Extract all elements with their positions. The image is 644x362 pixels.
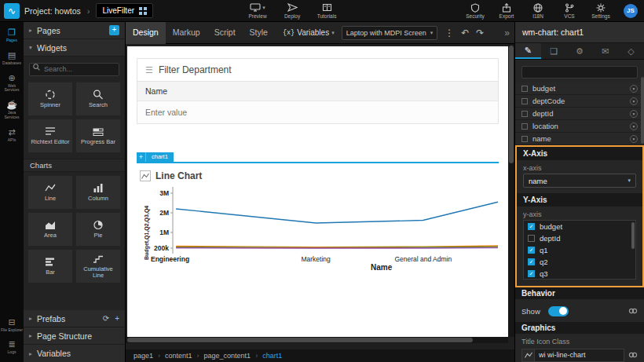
canvas-vertical-scrollbar[interactable]	[508, 44, 514, 337]
widget-search-input[interactable]	[29, 63, 119, 76]
properties-search-input[interactable]	[521, 66, 638, 79]
tab-events[interactable]: ✉	[592, 43, 618, 59]
chart-widget-chart1[interactable]: + chart1 Line Chart Budget,Q1,Q2,Q3,Q4 3…	[137, 162, 499, 272]
widget-tile-search[interactable]: Search	[75, 82, 121, 116]
canvas-horizontal-scrollbar[interactable]	[126, 337, 508, 343]
i18n-button[interactable]: I18N	[526, 2, 550, 19]
field-row-name[interactable]: name ▾	[515, 133, 644, 145]
checkbox-unchecked-icon[interactable]	[521, 98, 528, 104]
checkbox-icon[interactable]: ✓	[528, 223, 535, 230]
widget-tile-column-chart[interactable]: Column	[75, 175, 121, 210]
y-axis-section-header[interactable]: Y-Axis	[517, 193, 642, 207]
checkbox-icon[interactable]: ✓	[528, 270, 535, 277]
section-prefabs[interactable]: ▸ Prefabs ⟳ +	[24, 310, 125, 327]
section-widgets[interactable]: ▾ Widgets	[24, 39, 125, 57]
section-page-structure[interactable]: ▸ Page Structure	[24, 327, 125, 345]
list-scrollbar-thumb[interactable]	[631, 222, 635, 249]
section-pages[interactable]: ▸ Pages +	[24, 22, 125, 39]
bind-property-icon[interactable]	[628, 348, 638, 362]
device-select[interactable]: Laptop with MDPI Screen ▾	[342, 26, 438, 40]
widget-tile-richtext-editor[interactable]: Richtext Editor	[27, 119, 73, 153]
x-axis-section-header[interactable]: X-Axis	[517, 147, 642, 160]
export-button[interactable]: Export	[495, 2, 518, 19]
rail-item-java-services[interactable]: ☕ Java Services	[0, 100, 24, 120]
title-icon-class-input[interactable]	[535, 349, 624, 362]
y-axis-option-deptid[interactable]: deptId	[524, 232, 635, 244]
grid-view-icon[interactable]	[139, 7, 147, 15]
refresh-prefabs-icon[interactable]: ⟳	[103, 314, 109, 323]
name-filter-input[interactable]	[145, 108, 490, 117]
widget-tile-pie-chart[interactable]: Pie	[75, 212, 121, 247]
show-toggle[interactable]	[548, 306, 569, 316]
breadcrumb-page-content1[interactable]: page_content1	[204, 352, 251, 360]
field-row-budget[interactable]: budget ▾	[515, 82, 644, 95]
chevron-down-icon[interactable]: ▾	[630, 122, 638, 130]
checkbox-unchecked-icon[interactable]	[521, 136, 528, 142]
rail-item-apis[interactable]: ⇄ APIs	[0, 127, 24, 143]
rail-item-file-explorer[interactable]: ⊟ File Explorer	[0, 317, 24, 333]
checkbox-icon[interactable]: ✓	[528, 247, 535, 254]
behavior-section-header[interactable]: Behavior	[515, 287, 644, 299]
settings-button[interactable]: Settings	[589, 2, 613, 19]
collapse-panel-icon[interactable]: »	[504, 22, 510, 44]
checkbox-unchecked-icon[interactable]	[521, 86, 528, 92]
tab-properties[interactable]: ✎	[515, 43, 541, 59]
tutorials-button[interactable]: Tutorials	[315, 2, 338, 19]
page-preview[interactable]: ☰ Filter Department Name + chart1	[127, 46, 508, 337]
field-row-location[interactable]: location ▾	[515, 120, 644, 133]
field-row-deptid[interactable]: deptId ▾	[515, 108, 644, 120]
wavemaker-logo-icon[interactable]: ∿	[4, 3, 20, 19]
tab-style[interactable]: Style	[243, 22, 275, 44]
y-axis-option-q2[interactable]: ✓ q2	[524, 256, 635, 268]
checkbox-unchecked-icon[interactable]	[521, 123, 528, 130]
tab-markup[interactable]: Markup	[166, 22, 207, 44]
widget-add-icon[interactable]: +	[137, 152, 146, 162]
tab-styles[interactable]: ❏	[541, 43, 567, 59]
y-axis-option-q1[interactable]: ✓ q1	[524, 244, 635, 256]
add-page-button[interactable]: +	[109, 25, 119, 35]
redo-icon[interactable]: ↷	[476, 22, 484, 44]
tab-security[interactable]: ◇	[618, 43, 644, 59]
tab-script[interactable]: Script	[207, 22, 243, 44]
variables-button[interactable]: {x} Variables ▾	[283, 28, 335, 37]
add-prefab-icon[interactable]: +	[115, 314, 119, 323]
scrollbar-thumb[interactable]	[127, 338, 473, 342]
rail-item-pages[interactable]: ❐ Pages	[0, 27, 24, 43]
widget-tile-bar-chart[interactable]: Bar	[27, 249, 73, 283]
breadcrumb-page1[interactable]: page1	[134, 352, 153, 360]
checkbox-icon[interactable]: ✓	[528, 258, 535, 265]
tab-advanced[interactable]: ⚙	[567, 43, 593, 59]
widget-tile-line-chart[interactable]: Line	[27, 175, 73, 210]
hamburger-icon[interactable]: ☰	[145, 65, 153, 75]
undo-icon[interactable]: ↶	[461, 22, 469, 44]
security-button[interactable]: Security	[463, 2, 487, 19]
chevron-down-icon[interactable]: ▾	[630, 97, 638, 105]
widget-tile-progress-bar[interactable]: Progress Bar	[75, 119, 121, 153]
rail-item-databases[interactable]: ▤ Databases	[0, 50, 24, 66]
x-axis-select[interactable]: name ▾	[523, 174, 636, 188]
section-variables[interactable]: ▸ Variables	[24, 345, 125, 362]
widget-tile-spinner[interactable]: Spinner	[27, 82, 73, 116]
more-options-icon[interactable]: ⋮	[445, 22, 454, 44]
preview-button[interactable]: ▾ Preview	[246, 2, 269, 19]
livefilter-form[interactable]: ☰ Filter Department Name	[137, 58, 499, 124]
y-axis-option-q3[interactable]: ✓ q3	[524, 268, 635, 280]
scrollbar-thumb[interactable]	[509, 46, 514, 163]
vcs-button[interactable]: VCS	[558, 2, 581, 19]
rail-item-logs[interactable]: ≣ Logs	[0, 339, 24, 355]
checkbox-unchecked-icon[interactable]	[521, 111, 528, 117]
chevron-down-icon[interactable]: ▾	[630, 110, 638, 118]
tab-design[interactable]: Design	[126, 22, 166, 44]
chevron-down-icon[interactable]: ▾	[630, 85, 638, 93]
chevron-down-icon[interactable]: ▾	[630, 135, 638, 143]
y-axis-option-budget[interactable]: ✓ budget	[524, 221, 635, 232]
bind-property-icon[interactable]	[628, 304, 638, 318]
page-tab-livefilter[interactable]: LiveFilter	[96, 3, 153, 18]
checkbox-icon[interactable]	[528, 235, 535, 242]
field-row-deptcode[interactable]: deptCode ▾	[515, 95, 644, 108]
breadcrumb-content1[interactable]: content1	[165, 352, 192, 360]
breadcrumb-chart1[interactable]: chart1	[262, 352, 282, 360]
widget-selection-tab[interactable]: chart1	[146, 152, 174, 162]
graphics-section-header[interactable]: Graphics	[515, 322, 644, 334]
panel-scrollbar-thumb[interactable]	[641, 77, 644, 144]
